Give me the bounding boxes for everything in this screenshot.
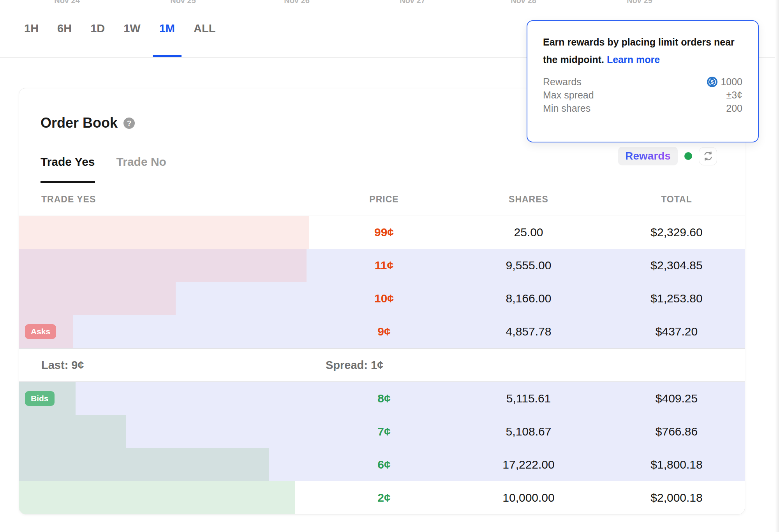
total-cell: $2,329.60 (638, 226, 716, 239)
popover-row-max-spread: Max spread ±3¢ (543, 88, 742, 102)
column-header-total: TOTAL (638, 183, 716, 216)
total-cell: $2,304.85 (638, 259, 716, 272)
price-cell: 7¢ (345, 425, 423, 438)
spread-row: Last: 9¢ Spread: 1¢ (19, 348, 745, 382)
total-cell: $2,000.18 (638, 491, 716, 504)
popover-label: Min shares (543, 102, 590, 115)
depth-bar (19, 216, 309, 249)
axis-tick-label: Nov 26 (271, 0, 322, 5)
refresh-button[interactable] (699, 147, 717, 165)
axis-tick-label: Nov 28 (498, 0, 549, 5)
popover-row-rewards: Rewards $ 1000 (543, 75, 742, 88)
depth-bar (19, 282, 176, 315)
time-button-all[interactable]: ALL (194, 22, 215, 35)
page-title: Order Book (41, 115, 118, 131)
axis-tick-label: Nov 29 (614, 0, 665, 5)
total-cell: $437.20 (638, 325, 716, 338)
order-book-card: Order Book ? Rewards Trade Yes Trade No … (19, 88, 745, 514)
rewards-badge[interactable]: Rewards (618, 147, 678, 165)
order-book-row[interactable]: 11¢ 9,555.00 $2,304.85 (19, 249, 745, 282)
column-header-price: PRICE (345, 183, 423, 216)
shares-cell: 8,166.00 (490, 292, 568, 305)
order-book-row[interactable]: Asks 9¢ 4,857.78 $437.20 (19, 315, 745, 348)
tab-trade-yes[interactable]: Trade Yes (41, 155, 95, 183)
price-cell: 99¢ (345, 226, 423, 239)
order-book-row[interactable]: 2¢ 10,000.00 $2,000.18 (19, 481, 745, 514)
usdc-coin-icon: $ (707, 77, 717, 87)
popover-row-min-shares: Min shares 200 (543, 102, 742, 115)
rewards-badge-label: Rewards (625, 150, 671, 162)
last-price-label: Last: 9¢ (41, 359, 84, 372)
total-cell: $766.86 (638, 425, 716, 438)
axis-tick-label: Nov 24 (42, 0, 92, 5)
price-cell: 10¢ (345, 292, 423, 305)
spread-label: Spread: 1¢ (326, 359, 383, 372)
depth-bar (19, 481, 295, 514)
order-book-row[interactable]: 6¢ 17,222.00 $1,800.18 (19, 448, 745, 481)
order-book-tabs: Trade Yes Trade No (41, 155, 166, 183)
time-button-1m[interactable]: 1M (159, 22, 175, 35)
shares-cell: 5,108.67 (490, 425, 568, 438)
price-cell: 9¢ (345, 325, 423, 338)
shares-cell: 17,222.00 (490, 458, 568, 471)
total-cell: $1,253.80 (638, 292, 716, 305)
popover-value: 1000 (721, 75, 742, 88)
side-pill: Asks (25, 324, 56, 339)
total-cell: $409.25 (638, 392, 716, 405)
page-edge-shadow (775, 0, 779, 532)
table-header: TRADE YES PRICE SHARES TOTAL (19, 183, 745, 216)
order-book-row[interactable]: 10¢ 8,166.00 $1,253.80 (19, 282, 745, 315)
depth-bar (19, 448, 269, 481)
time-button-1h[interactable]: 1H (24, 22, 39, 35)
popover-label: Max spread (543, 88, 594, 102)
time-range-selector: 1H 6H 1D 1W 1M ALL (24, 22, 215, 35)
axis-tick-label: Nov 27 (387, 0, 438, 5)
depth-bar (19, 249, 307, 282)
shares-cell: 5,115.61 (490, 392, 568, 405)
status-dot (684, 152, 692, 160)
popover-label: Rewards (543, 75, 582, 88)
learn-more-link[interactable]: Learn more (607, 54, 660, 65)
side-pill: Bids (25, 391, 55, 406)
column-header-shares: SHARES (490, 183, 568, 216)
order-book-row[interactable]: Bids 8¢ 5,115.61 $409.25 (19, 382, 745, 415)
price-cell: 2¢ (345, 491, 423, 504)
column-header-trade-yes: TRADE YES (41, 183, 96, 216)
order-book-rows: 99¢ 25.00 $2,329.60 11¢ 9,555.00 $2,304.… (19, 216, 745, 514)
refresh-icon (703, 151, 713, 161)
price-cell: 11¢ (345, 259, 423, 272)
shares-cell: 9,555.00 (490, 259, 568, 272)
shares-cell: 25.00 (490, 226, 568, 239)
depth-bar (19, 415, 126, 448)
price-cell: 6¢ (345, 458, 423, 471)
popover-value: 200 (726, 102, 742, 115)
shares-cell: 10,000.00 (490, 491, 568, 504)
axis-tick-label: Nov 25 (158, 0, 208, 5)
total-cell: $1,800.18 (638, 458, 716, 471)
time-button-1d[interactable]: 1D (90, 22, 105, 35)
question-mark-icon[interactable]: ? (123, 118, 135, 129)
order-book-row[interactable]: 99¢ 25.00 $2,329.60 (19, 216, 745, 249)
tab-trade-no[interactable]: Trade No (116, 155, 166, 183)
rewards-popover: Earn rewards by placing limit orders nea… (527, 20, 759, 142)
time-button-1w[interactable]: 1W (123, 22, 141, 35)
popover-value: ±3¢ (726, 88, 742, 102)
shares-cell: 4,857.78 (490, 325, 568, 338)
time-button-6h[interactable]: 6H (57, 22, 72, 35)
svg-text:$: $ (711, 79, 714, 85)
order-book-row[interactable]: 7¢ 5,108.67 $766.86 (19, 415, 745, 448)
price-cell: 8¢ (345, 392, 423, 405)
